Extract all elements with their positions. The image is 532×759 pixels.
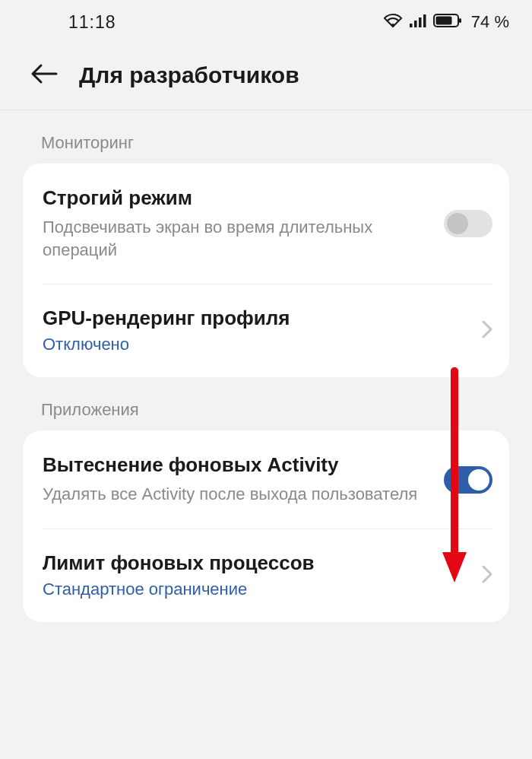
row-title: GPU-рендеринг профиля	[43, 306, 474, 330]
row-status: Стандартное ограничение	[43, 580, 474, 599]
svg-rect-3	[419, 17, 422, 27]
toggle-knob	[468, 469, 489, 491]
row-strict-mode[interactable]: Строгий режим Подсвечивать экран во врем…	[23, 164, 509, 284]
toggle-strict-mode[interactable]	[444, 210, 492, 237]
chevron-right-icon	[482, 565, 492, 586]
row-status: Отключено	[43, 335, 474, 354]
svg-rect-7	[459, 18, 461, 23]
row-gpu-rendering[interactable]: GPU-рендеринг профиля Отключено	[23, 284, 509, 377]
section-label-apps: Приложения	[0, 377, 532, 430]
battery-percentage: 74 %	[471, 12, 509, 32]
svg-rect-1	[410, 24, 413, 27]
svg-point-0	[391, 24, 394, 27]
card-monitoring: Строгий режим Подсвечивать экран во врем…	[23, 164, 509, 377]
page-title: Для разработчиков	[79, 62, 299, 88]
row-title: Строгий режим	[43, 186, 436, 210]
row-text: Вытеснение фоновых Activity Удалять все …	[43, 453, 444, 506]
battery-icon	[433, 13, 462, 31]
row-background-activity[interactable]: Вытеснение фоновых Activity Удалять все …	[23, 430, 509, 529]
back-icon[interactable]	[30, 63, 58, 87]
row-subtitle: Подсвечивать экран во время длительных о…	[43, 216, 436, 261]
toggle-background-activity[interactable]	[444, 466, 492, 494]
toggle-knob	[447, 213, 468, 234]
row-title: Вытеснение фоновых Activity	[43, 453, 436, 477]
svg-rect-4	[423, 14, 426, 27]
row-text: Строгий режим Подсвечивать экран во врем…	[43, 186, 444, 261]
status-bar: 11:18 74 %	[0, 0, 532, 44]
signal-icon	[409, 13, 427, 31]
row-text: GPU-рендеринг профиля Отключено	[43, 306, 482, 354]
section-label-monitoring: Мониторинг	[0, 110, 532, 164]
row-subtitle: Удалять все Activity после выхода пользо…	[43, 483, 436, 506]
row-title: Лимит фоновых процессов	[43, 551, 474, 575]
chevron-right-icon	[482, 320, 492, 341]
card-apps: Вытеснение фоновых Activity Удалять все …	[23, 430, 509, 622]
status-time: 11:18	[68, 12, 116, 33]
page-header: Для разработчиков	[0, 44, 532, 110]
wifi-icon	[383, 13, 403, 31]
row-text: Лимит фоновых процессов Стандартное огра…	[43, 551, 482, 599]
row-background-limit[interactable]: Лимит фоновых процессов Стандартное огра…	[23, 529, 509, 622]
svg-rect-6	[435, 17, 451, 25]
svg-rect-2	[414, 21, 417, 27]
status-icons: 74 %	[383, 12, 509, 32]
